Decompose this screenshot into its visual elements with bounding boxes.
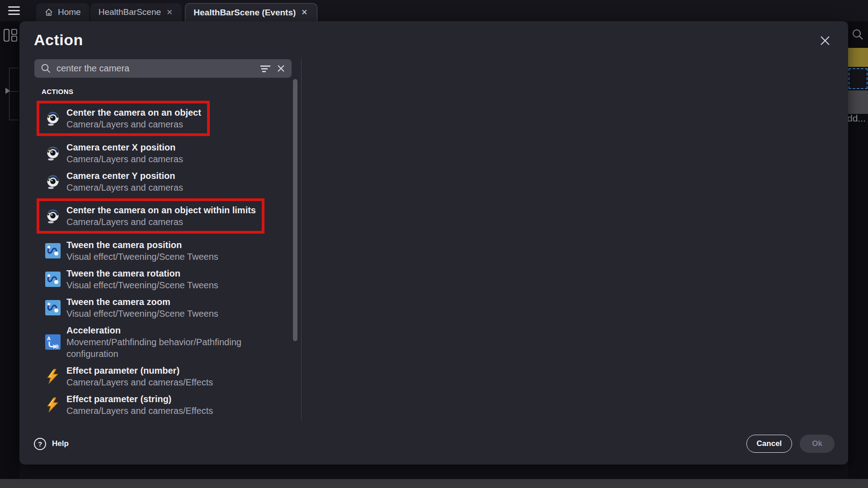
tab-label: HealthBarScene (Events) xyxy=(193,8,296,18)
event-tree-line xyxy=(9,91,19,92)
action-list-item[interactable]: A B Tween the camera zoom Visual effect/… xyxy=(45,296,294,319)
search-icon[interactable] xyxy=(852,28,863,40)
close-tab-icon[interactable]: ✕ xyxy=(165,8,174,17)
camera-icon xyxy=(45,174,61,189)
selected-event-row xyxy=(848,48,868,67)
ok-button[interactable]: Ok xyxy=(800,435,835,453)
tween-icon xyxy=(45,300,61,315)
action-list-item[interactable]: A B Acceleration Movement/Pathfinding be… xyxy=(45,324,294,360)
tween-icon xyxy=(45,243,61,258)
dialog-title: Action xyxy=(34,31,83,49)
action-title: Camera center Y position xyxy=(66,170,183,182)
action-title: Center the camera on an object xyxy=(66,107,201,118)
dialog-footer: ? Help Cancel Ok xyxy=(34,435,835,453)
action-list-item[interactable]: A B Tween the camera rotation Visual eff… xyxy=(45,267,294,291)
action-list-item[interactable]: A B Center the camera on an object Camer… xyxy=(45,107,201,130)
camera-icon xyxy=(45,111,61,126)
app-screen: Home HealthBarScene ✕ HealthBarScene (Ev… xyxy=(0,0,868,488)
panels-layout-icon xyxy=(3,28,18,43)
lightning-icon xyxy=(45,369,61,384)
tab-bar: Home HealthBarScene ✕ HealthBarScene (Ev… xyxy=(0,0,868,21)
event-tree-line xyxy=(9,68,9,120)
pathfinding-icon: A B xyxy=(45,334,61,350)
background-left-panel xyxy=(0,21,19,479)
svg-text:A: A xyxy=(47,336,51,341)
event-tree-line xyxy=(9,120,19,120)
camera-icon xyxy=(45,145,61,161)
action-list-item[interactable]: A B Effect parameter (string) Camera/Lay… xyxy=(45,393,294,417)
lightning-icon xyxy=(45,397,61,413)
action-title: Tween the camera zoom xyxy=(66,296,218,308)
action-subtitle: Camera/Layers and cameras xyxy=(66,118,201,130)
scrollbar-thumb[interactable] xyxy=(293,79,297,341)
action-subtitle: Camera/Layers and cameras/Effects xyxy=(66,376,213,388)
action-subtitle: Visual effect/Tweening/Scene Tweens xyxy=(66,251,218,263)
search-bar xyxy=(34,59,292,78)
action-title: Camera center X position xyxy=(66,141,183,153)
tab-home[interactable]: Home xyxy=(36,3,89,21)
cancel-button[interactable]: Cancel xyxy=(746,435,793,453)
action-title: Effect parameter (number) xyxy=(66,365,213,376)
filter-icon[interactable] xyxy=(260,65,271,73)
taskbar-band xyxy=(0,479,868,488)
action-subtitle: Camera/Layers and cameras xyxy=(66,182,183,193)
action-title: Tween the camera rotation xyxy=(66,267,218,279)
close-icon[interactable] xyxy=(819,35,831,47)
actions-list: A B Center the camera on an object Camer… xyxy=(45,101,294,417)
action-list-item[interactable]: A B Camera center Y position Camera/Laye… xyxy=(45,170,294,193)
list-divider xyxy=(301,59,302,420)
truncated-add-label: dd... xyxy=(847,113,866,124)
action-title: Tween the camera position xyxy=(66,239,218,251)
highlight-annotation: A B Center the camera on an object withi… xyxy=(37,198,264,234)
search-input[interactable] xyxy=(57,63,255,74)
expand-arrow-icon[interactable] xyxy=(5,88,10,94)
action-title: Acceleration xyxy=(66,324,274,336)
list-section-header: ACTIONS xyxy=(42,88,294,95)
clear-icon[interactable] xyxy=(277,64,285,73)
help-icon: ? xyxy=(34,438,46,450)
tab-label: Home xyxy=(58,7,81,17)
actions-scroll-area: ACTIONS A B xyxy=(34,78,294,417)
background-right-panel: dd... xyxy=(848,21,868,479)
tab-healthbarscene-events[interactable]: HealthBarScene (Events) ✕ xyxy=(185,3,317,21)
action-subtitle: Visual effect/Tweening/Scene Tweens xyxy=(66,308,218,319)
camera-icon xyxy=(45,208,61,224)
hamburger-icon[interactable] xyxy=(8,6,20,15)
action-dialog: Action xyxy=(19,21,848,465)
tween-icon xyxy=(45,272,61,287)
action-title: Effect parameter (string) xyxy=(66,393,213,405)
help-button[interactable]: ? Help xyxy=(34,438,69,450)
action-title: Center the camera on an object within li… xyxy=(66,204,256,216)
close-tab-icon[interactable]: ✕ xyxy=(300,8,308,17)
event-tree-line xyxy=(9,68,19,68)
highlight-annotation: A B Center the camera on an object Camer… xyxy=(37,101,210,136)
action-subtitle: Camera/Layers and cameras/Effects xyxy=(66,405,213,417)
action-subtitle: Camera/Layers and cameras xyxy=(66,216,256,228)
action-list-item[interactable]: A B Camera center X position Camera/Laye… xyxy=(45,141,294,165)
action-subtitle: Visual effect/Tweening/Scene Tweens xyxy=(66,279,218,291)
drop-target-outline xyxy=(849,68,868,89)
search-icon xyxy=(41,63,51,74)
action-list-item[interactable]: A B Effect parameter (number) Camera/Lay… xyxy=(45,365,294,388)
action-list-item[interactable]: A B Tween the camera position Visual eff… xyxy=(45,239,294,263)
tab-healthbarscene[interactable]: HealthBarScene ✕ xyxy=(90,3,182,21)
action-subtitle: Movement/Pathfinding behavior/Pathfindin… xyxy=(66,336,274,360)
action-subtitle: Camera/Layers and cameras xyxy=(66,153,183,165)
event-row xyxy=(848,90,868,114)
home-icon xyxy=(44,8,53,17)
tab-label: HealthBarScene xyxy=(99,7,161,17)
action-list-item[interactable]: A B Center the camera on an object withi… xyxy=(45,204,256,228)
